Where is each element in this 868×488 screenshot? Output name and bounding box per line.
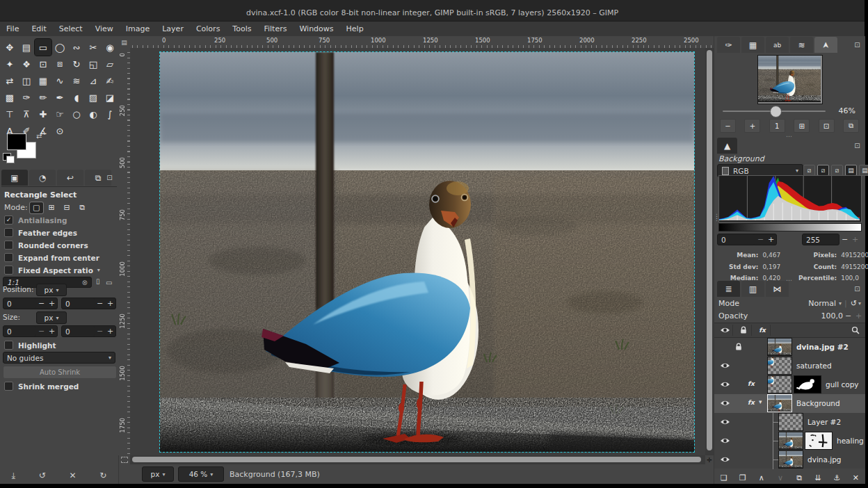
range-max-value[interactable]: 255 xyxy=(802,234,839,245)
show-range-b-button[interactable]: ▤ xyxy=(859,165,868,176)
layer-row-dvina-jpg-2[interactable]: dvina.jpg #2 xyxy=(714,338,865,357)
chevron-down-icon[interactable]: ▾ xyxy=(839,300,842,307)
tool-rectangle-select[interactable]: ▭ xyxy=(35,39,51,56)
tool-warp-transform[interactable]: ∿ xyxy=(51,72,68,89)
checkbox-icon[interactable]: ✓ xyxy=(4,215,13,225)
zoom-100-button[interactable]: 1 xyxy=(769,119,785,133)
size-height-spinner[interactable]: 0 −+ xyxy=(61,325,116,337)
tab-gradients[interactable]: ≋ xyxy=(790,37,813,53)
ruler-corner[interactable]: ▤ xyxy=(118,36,131,49)
mode-add-button[interactable]: ⊞ xyxy=(45,202,58,213)
auto-shrink-button[interactable]: Auto Shrink xyxy=(3,366,117,379)
menu-image[interactable]: Image xyxy=(120,22,156,36)
tool-scale[interactable]: ◱ xyxy=(85,56,102,72)
new-layer-group-button[interactable]: ❐ xyxy=(735,471,750,484)
tool-blur-sharpen[interactable]: ○ xyxy=(68,106,85,122)
tool-eraser[interactable]: ◪ xyxy=(102,89,118,106)
tool-select-by-color[interactable]: ❖ xyxy=(18,56,35,72)
dockable-menu-button[interactable]: ⊡ xyxy=(852,284,862,294)
linear-scale-button[interactable]: ⧄ xyxy=(803,165,815,176)
size-width-spinner[interactable]: 0 −+ xyxy=(3,325,58,337)
tool-handle-transform[interactable]: ▦ xyxy=(35,72,51,89)
tool-paths[interactable]: ∫ xyxy=(102,106,118,122)
layer-thumbnail[interactable] xyxy=(778,413,803,431)
tool-perspective-clone[interactable]: ⊼ xyxy=(18,106,35,122)
clear-icon[interactable]: ⊗ xyxy=(82,279,88,286)
checkbox-icon[interactable] xyxy=(4,253,13,262)
increment-button[interactable]: + xyxy=(105,326,115,336)
mode-subtract-button[interactable]: ⊟ xyxy=(61,202,74,213)
tool-align[interactable]: ▤ xyxy=(18,39,35,56)
merge-down-button[interactable]: ⇊ xyxy=(810,471,826,484)
menu-filters[interactable]: Filters xyxy=(257,22,293,36)
dockable-menu-button[interactable]: ⊡ xyxy=(104,172,115,183)
mode-value[interactable]: Normal xyxy=(808,299,836,308)
tab-pointer[interactable]: ➤ xyxy=(814,37,837,53)
tool-crop[interactable]: ⊡ xyxy=(35,56,51,72)
fx-toggle-header[interactable]: fx xyxy=(755,325,771,336)
canvas-image[interactable] xyxy=(160,52,694,452)
visibility-eye-icon[interactable] xyxy=(720,418,731,426)
tool-gradient[interactable]: ▩ xyxy=(1,89,18,106)
zoom-in-button[interactable]: + xyxy=(744,119,760,133)
lower-layer-button[interactable]: ∨ xyxy=(773,471,788,484)
delete-layer-button[interactable]: ✕ xyxy=(848,471,863,484)
tool-foreground-select[interactable]: ◉ xyxy=(102,39,118,56)
layer-name[interactable]: dvina.jpg #2 xyxy=(796,343,849,351)
layer-thumbnail[interactable] xyxy=(778,432,803,450)
menu-select[interactable]: Select xyxy=(53,22,89,36)
fit-image-in-window-button[interactable]: ⊞ xyxy=(794,119,810,133)
zoom-out-button[interactable]: − xyxy=(720,119,736,133)
status-unit-select[interactable]: px▾ xyxy=(142,466,174,482)
decrement-button[interactable]: − xyxy=(839,234,850,245)
fx-badge[interactable]: fx xyxy=(748,399,755,406)
size-height-value[interactable]: 0 xyxy=(62,326,95,336)
tool-airbrush[interactable]: ▨ xyxy=(85,89,102,106)
increment-button[interactable]: + xyxy=(47,298,57,309)
checkbox-icon[interactable] xyxy=(4,228,13,237)
tool-ellipse-select[interactable]: ◯ xyxy=(51,39,68,56)
decrement-button[interactable]: − xyxy=(95,326,105,336)
layer-name[interactable]: Background xyxy=(796,399,840,407)
shrink-wrap-button[interactable]: ⧉ xyxy=(843,119,859,133)
layer-thumbnail[interactable] xyxy=(767,338,792,356)
layer-row-dvina-jpg[interactable]: dvina.jpg xyxy=(714,450,865,469)
tool-move[interactable]: ✥ xyxy=(1,39,18,56)
delete-tool-preset-button[interactable]: ✕ xyxy=(69,471,76,480)
position-x-value[interactable]: 0 xyxy=(3,298,36,309)
tab-patterns[interactable]: ▦ xyxy=(741,37,764,53)
tool-ink[interactable]: ✒ xyxy=(51,89,68,106)
expand-from-center-checkbox[interactable]: Expand from center xyxy=(4,252,99,263)
size-unit-select[interactable]: px▾ xyxy=(36,311,67,324)
increment-button[interactable]: + xyxy=(47,326,57,336)
decrement-button[interactable]: − xyxy=(36,326,47,336)
search-icon[interactable] xyxy=(851,326,860,334)
status-zoom-select[interactable]: 46 %▾ xyxy=(178,466,224,482)
decrement-button[interactable]: − xyxy=(755,234,766,245)
perceptual-scale-button[interactable]: ⧄ xyxy=(831,165,843,176)
tab-fonts[interactable]: ab xyxy=(766,37,789,53)
rounded-corners-checkbox[interactable]: Rounded corners xyxy=(4,239,88,251)
save-tool-preset-button[interactable]: ⤓ xyxy=(12,471,15,480)
tab-layers[interactable]: ≣ xyxy=(717,281,740,297)
menu-colors[interactable]: Colors xyxy=(190,22,226,36)
mode-intersect-button[interactable]: ⧉ xyxy=(76,202,89,213)
decrement-button[interactable]: − xyxy=(95,298,105,309)
foreground-color-swatch[interactable] xyxy=(7,133,26,150)
dockable-menu-button[interactable]: ⊡ xyxy=(852,40,862,50)
shrink-merged-checkbox[interactable]: Shrink merged xyxy=(4,380,79,392)
duplicate-layer-button[interactable]: ⧉ xyxy=(791,471,807,484)
position-y-value[interactable]: 0 xyxy=(62,298,95,309)
tool-smudge[interactable]: ☞ xyxy=(51,106,68,122)
swap-colors-icon[interactable]: ⇄ xyxy=(36,132,42,140)
menu-tools[interactable]: Tools xyxy=(226,22,257,36)
decrement-button[interactable]: − xyxy=(36,298,47,309)
increment-button[interactable]: + xyxy=(105,298,115,309)
dock-resize-handle[interactable]: ⋮⋮ xyxy=(714,215,720,220)
layer-thumbnail[interactable] xyxy=(778,450,803,469)
anchor-layer-button[interactable]: ⚓ xyxy=(829,471,844,484)
show-range-a-button[interactable]: ▤ xyxy=(845,165,857,176)
tool-pencil[interactable]: ✏ xyxy=(35,89,51,106)
chevron-down-icon[interactable]: ▾ xyxy=(858,300,861,307)
menu-edit[interactable]: Edit xyxy=(25,22,52,36)
